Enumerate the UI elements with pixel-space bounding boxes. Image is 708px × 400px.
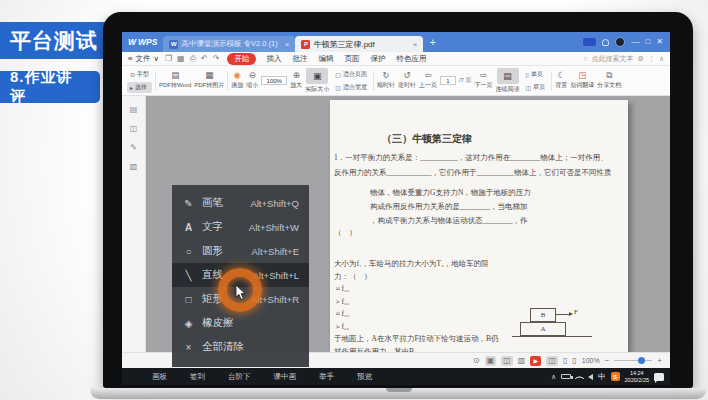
layout-continuous-icon[interactable]: ▣	[485, 356, 497, 366]
more-icon[interactable]: ⋮	[648, 55, 655, 63]
fit-page-button[interactable]: ▢ 适合页面	[332, 69, 370, 80]
search-box[interactable]: ○ 点此搜索文本 ⚙ ⋮ ∧	[583, 54, 670, 64]
book-mode-icon[interactable]: ▥	[518, 357, 526, 365]
menu-insert[interactable]: 插入	[266, 54, 281, 64]
ime-indicator[interactable]: 中	[598, 372, 606, 382]
zoom-level-input[interactable]: 100%	[261, 76, 287, 85]
page-number-input[interactable]: 1	[440, 76, 456, 85]
wps-logo: W WPS	[122, 37, 163, 47]
thumbnail-icon[interactable]: ◫	[130, 124, 138, 133]
zoom-slider[interactable]	[614, 360, 652, 362]
doc-paragraph: 物体，物体受重力G支持力N，物施于地板的压力 构成作用反作用力关系的是_____…	[370, 186, 622, 228]
avatar[interactable]	[615, 37, 625, 47]
menu-start[interactable]: 开始	[227, 53, 256, 65]
new-tab-button[interactable]: +	[423, 36, 441, 48]
circle-icon: ○	[182, 246, 195, 257]
laptop-base	[90, 388, 706, 399]
layout-single-icon[interactable]: ◫	[501, 356, 513, 366]
notification-icon[interactable]	[654, 373, 664, 381]
bell-icon[interactable]	[602, 39, 609, 46]
text-tool-item[interactable]: A 文字 Alt+Shift+W	[172, 215, 309, 239]
continuous-read-button[interactable]: ▤ 连续阅读	[496, 68, 520, 94]
play-slideshow-icon[interactable]: ▶	[530, 356, 541, 366]
pdf-icon: P	[301, 40, 310, 49]
rotate-ccw-button[interactable]: ↺ 逆时针	[398, 71, 416, 90]
page-width-icon[interactable]: ▯	[563, 357, 567, 365]
left-panel-rail: ▤ ◫ ✎ ▧	[122, 96, 146, 352]
menu-edit[interactable]: 编辑	[318, 54, 333, 64]
mouse-cursor	[235, 284, 247, 305]
tray-expand-icon[interactable]: ∧	[551, 373, 556, 381]
background-button[interactable]: ☾ 背景	[555, 71, 567, 90]
page-actual-icon[interactable]: ▯	[572, 357, 576, 365]
pdf-to-word-button[interactable]: ▤ PDF转Word	[159, 71, 191, 90]
open-icon[interactable]: ❐	[165, 54, 172, 64]
play-button[interactable]: ◉ 播放	[231, 71, 243, 90]
laptop-hinge-notch	[386, 388, 412, 392]
document-tab-active[interactable]: P 牛顿第三定律.pdf ×	[295, 36, 423, 52]
menu-pages[interactable]: 页面	[344, 54, 359, 64]
redo-icon[interactable]: ↷	[213, 54, 220, 64]
taskbar-item-board[interactable]: 画板	[152, 372, 167, 382]
translate-button[interactable]: ◳ 划词翻译	[570, 71, 594, 90]
wifi-icon[interactable]	[575, 373, 585, 383]
hand-tool[interactable]: ⊙ 手型	[127, 69, 152, 80]
tab-close-icon[interactable]: ×	[413, 40, 418, 49]
settings-gear-icon[interactable]: ⚙	[638, 55, 644, 63]
close-button[interactable]: ✕	[656, 38, 663, 46]
circle-tool-item[interactable]: ○ 圆形 Alt+Shift+E	[172, 239, 309, 263]
speaker-icon[interactable]	[588, 374, 593, 380]
outline-icon[interactable]: ▤	[130, 105, 138, 114]
next-page-button[interactable]: ⇨ 下一页	[475, 71, 493, 90]
clear-all-item[interactable]: × 全部清除	[172, 335, 309, 359]
reader-mode-icon[interactable]: ⊙	[473, 357, 480, 365]
overlay-title: 平台测试	[0, 22, 113, 59]
taskbar-item-signin[interactable]: 签到	[190, 372, 205, 382]
taskbar-item-stage[interactable]: 台阶下	[228, 372, 251, 382]
menu-special[interactable]: 特色应用	[396, 54, 426, 64]
undo-icon[interactable]: ↶	[201, 54, 208, 64]
sogou-input-icon[interactable]: S	[611, 372, 620, 381]
minimize-button[interactable]: —	[631, 38, 639, 46]
pdf-to-image-button[interactable]: ▦ PDF转图片	[194, 71, 224, 90]
select-tool[interactable]: ▸ 选择	[127, 82, 152, 93]
eraser-tool-item[interactable]: ◈ 橡皮擦	[172, 311, 309, 335]
single-page-button[interactable]: ▯ 单页	[523, 69, 549, 80]
page-fit-icon[interactable]: ◫	[546, 356, 558, 366]
maximize-button[interactable]: □	[645, 38, 650, 46]
battery-icon[interactable]	[561, 374, 571, 379]
taskbar-clock[interactable]: 14:24 2020/2/25	[625, 370, 649, 384]
zoom-plus-icon[interactable]: +	[657, 357, 662, 365]
physics-blocks-diagram: B F A	[512, 304, 592, 348]
file-menu[interactable]: ≡ 文件 ∨	[122, 54, 165, 64]
bookmark-icon[interactable]: ▧	[130, 162, 138, 171]
pen-tool-item[interactable]: ✎ 画笔 Alt+Shift+Q	[172, 191, 309, 215]
rotate-cw-button[interactable]: ↻ 顺时针	[377, 71, 395, 90]
member-badge-icon[interactable]	[583, 38, 596, 46]
print-icon[interactable]: ⎙	[190, 54, 196, 64]
arrow-left-icon: ⇦	[424, 71, 431, 80]
doc-paragraph: 1．一对平衡力的关系是：__________，这对力作用在________物体上…	[334, 150, 624, 180]
menu-protect[interactable]: 保护	[370, 54, 385, 64]
menu-comment[interactable]: 批注	[292, 54, 307, 64]
zoom-minus-icon[interactable]: −	[605, 357, 610, 365]
taskbar-item-raisehand[interactable]: 举手	[319, 372, 334, 382]
zoom-out-button[interactable]: ⊖ 缩小	[246, 71, 258, 90]
double-page-button[interactable]: ◫ 双页	[523, 82, 549, 93]
tab-close-icon[interactable]: ×	[285, 40, 290, 49]
zoom-in-button[interactable]: ⊕ 放大	[290, 71, 302, 90]
taskbar-item-preview[interactable]: 预览	[357, 372, 372, 382]
taskbar-item-classview[interactable]: 课中画	[274, 372, 297, 382]
collapse-ribbon-icon[interactable]: ∧	[659, 55, 664, 63]
actual-size-button[interactable]: ▣ 实际大小	[305, 68, 329, 94]
document-tab-inactive[interactable]: W 高中课堂演示模板 专V2.0 (1) ×	[163, 36, 295, 52]
save-icon[interactable]: ▦	[177, 54, 185, 64]
statusbar-zoom-value: 100%	[582, 357, 600, 364]
fit-width-button[interactable]: ◫ 适合宽度	[332, 82, 370, 93]
prev-page-button[interactable]: ⇦ 上一页	[419, 71, 437, 90]
annotation-list-icon[interactable]: ✎	[130, 143, 137, 152]
zoom-slider-knob[interactable]	[638, 357, 645, 364]
share-button[interactable]: ⧉ 分享文档	[597, 71, 621, 90]
search-placeholder: 点此搜索文本	[592, 54, 634, 64]
pdf-to-word-icon: ▤	[171, 71, 179, 80]
